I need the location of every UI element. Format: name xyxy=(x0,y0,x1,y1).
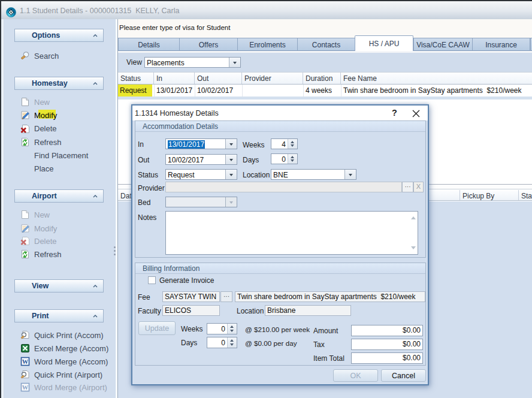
svg-text:W: W xyxy=(22,384,29,391)
svg-text:W: W xyxy=(22,358,29,365)
